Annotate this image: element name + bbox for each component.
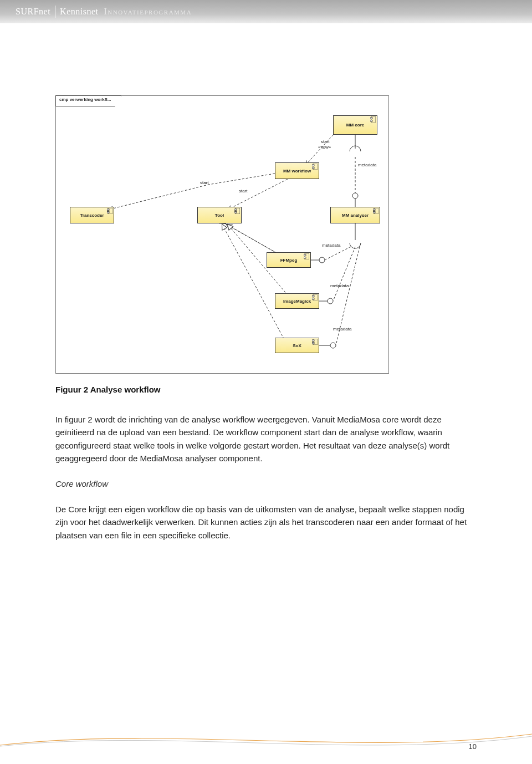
brand-divider bbox=[55, 6, 55, 18]
component-icon bbox=[312, 164, 318, 170]
component-icon bbox=[373, 208, 378, 214]
svg-rect-5 bbox=[370, 118, 372, 119]
svg-point-0 bbox=[352, 193, 358, 198]
brand-surfnet: SURFnet bbox=[16, 7, 50, 17]
diagram-title-tab: cmp verwerking workfl... bbox=[55, 95, 121, 106]
svg-rect-27 bbox=[312, 343, 314, 344]
footer-swoosh-icon bbox=[0, 729, 532, 751]
svg-rect-14 bbox=[234, 209, 237, 211]
svg-rect-8 bbox=[312, 165, 314, 166]
edge-label-start-a: start bbox=[200, 180, 209, 185]
page-number: 10 bbox=[469, 742, 477, 751]
component-icon bbox=[312, 339, 318, 345]
component-icon bbox=[304, 253, 309, 259]
svg-point-1 bbox=[319, 257, 325, 263]
program-name: Innovatieprogramma bbox=[104, 7, 192, 17]
figure-caption: Figuur 2 Analyse workflow bbox=[55, 385, 477, 394]
component-label: MM workflow bbox=[283, 169, 311, 174]
edge-label-metadata-imagemagick: metadata bbox=[330, 283, 349, 288]
svg-rect-15 bbox=[234, 212, 237, 213]
svg-rect-21 bbox=[304, 257, 306, 259]
edge-label-metadata-sox: metadata bbox=[333, 327, 351, 332]
paragraph-2: De Core krijgt een eigen workflow die op… bbox=[55, 503, 477, 542]
edge-label-metadata-ffmpeg: metadata bbox=[322, 243, 340, 248]
component-label: Transcoder bbox=[80, 213, 104, 218]
diagram-edges bbox=[56, 96, 388, 373]
svg-point-2 bbox=[328, 298, 333, 304]
svg-rect-12 bbox=[107, 212, 109, 213]
component-mm-workflow: MM workflow bbox=[275, 162, 319, 179]
component-icon bbox=[107, 208, 112, 214]
component-label: ImageMagick bbox=[283, 299, 311, 304]
page-footer: 10 bbox=[0, 729, 532, 751]
svg-point-3 bbox=[330, 343, 336, 348]
svg-rect-20 bbox=[304, 254, 306, 256]
edge-label-start-flow-2: «flow» bbox=[318, 145, 331, 150]
svg-rect-17 bbox=[373, 209, 375, 211]
component-mm-core: MM core bbox=[333, 115, 377, 135]
paragraph-1: In figuur 2 wordt de inrichting van de a… bbox=[55, 413, 477, 465]
component-mm-analyser: MM analyser bbox=[330, 207, 380, 223]
svg-rect-9 bbox=[312, 167, 314, 169]
edge-label-metadata-top: metadata bbox=[358, 162, 376, 167]
subheading-core-workflow: Core workflow bbox=[55, 479, 477, 488]
component-transcoder: Transcoder bbox=[70, 207, 114, 223]
component-ffmpeg: FFMpeg bbox=[267, 252, 311, 268]
brand-kennisnet: Kennisnet bbox=[60, 7, 98, 17]
edge-label-start-flow-1: start bbox=[321, 139, 330, 144]
uml-diagram: cmp verwerking workfl... bbox=[55, 95, 389, 374]
svg-rect-11 bbox=[107, 209, 109, 211]
component-icon bbox=[234, 208, 240, 214]
edge-label-start-b: start bbox=[239, 189, 248, 193]
component-label: FFMpeg bbox=[280, 258, 298, 263]
component-icon bbox=[370, 116, 376, 123]
svg-rect-26 bbox=[312, 340, 314, 342]
component-label: Tool bbox=[215, 213, 224, 218]
page-header: SURFnet Kennisnet Innovatieprogramma bbox=[0, 0, 532, 23]
svg-rect-23 bbox=[312, 296, 314, 297]
svg-rect-18 bbox=[373, 212, 375, 213]
component-imagemagick: ImageMagick bbox=[275, 293, 319, 309]
component-label: SoX bbox=[293, 343, 301, 348]
component-sox: SoX bbox=[275, 338, 319, 353]
component-label: MM analyser bbox=[342, 213, 369, 218]
component-icon bbox=[312, 294, 318, 300]
content-area: cmp verwerking workfl... bbox=[0, 23, 532, 542]
svg-rect-6 bbox=[370, 120, 372, 122]
svg-rect-24 bbox=[312, 298, 314, 300]
page: SURFnet Kennisnet Innovatieprogramma cmp… bbox=[0, 0, 532, 764]
component-label: MM core bbox=[346, 123, 364, 128]
component-tool: Tool bbox=[197, 207, 242, 223]
